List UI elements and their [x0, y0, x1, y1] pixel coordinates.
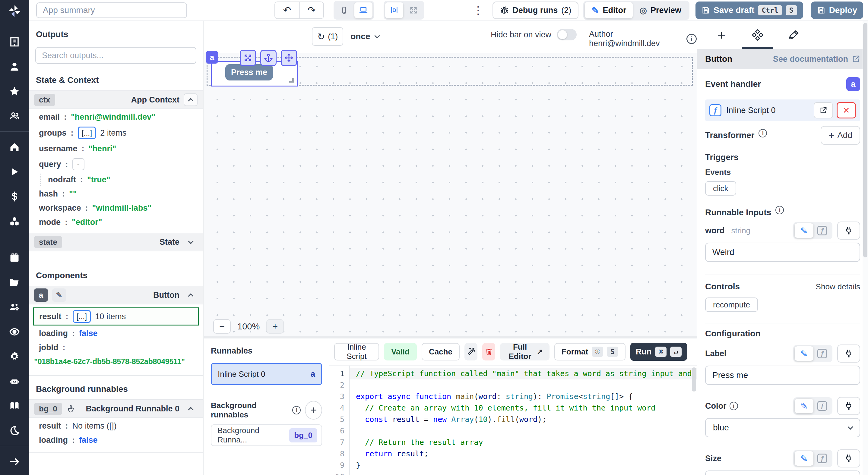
- info-icon[interactable]: i: [758, 129, 767, 137]
- expand-sidebar-arrow-icon[interactable]: [8, 456, 21, 468]
- panel-scrollbar[interactable]: [863, 21, 868, 475]
- eval-function-icon[interactable]: ƒ: [813, 346, 831, 361]
- desktop-view-button[interactable]: [354, 2, 372, 18]
- code-area[interactable]: 12345678910 // TypeScript function calle…: [329, 365, 697, 475]
- bg-runnable-item[interactable]: Background Runna... bg_0: [211, 425, 322, 446]
- connect-plug-button[interactable]: [837, 222, 860, 240]
- expand-value-chip[interactable]: -: [72, 158, 85, 170]
- size-select[interactable]: xs: [705, 471, 860, 475]
- audit-eye-icon[interactable]: [8, 326, 21, 338]
- collapse-ctx-button[interactable]: [184, 94, 197, 106]
- cache-button[interactable]: Cache: [422, 343, 460, 361]
- runs-play-icon[interactable]: [8, 166, 21, 178]
- format-button[interactable]: Format ⌘ S: [554, 343, 625, 361]
- show-details-link[interactable]: Show details: [816, 282, 860, 292]
- info-icon[interactable]: i: [775, 206, 784, 214]
- scrollbar-thumb[interactable]: [863, 23, 867, 258]
- anchor-component-handle[interactable]: [260, 50, 277, 66]
- remove-script-button[interactable]: ✕: [837, 102, 856, 118]
- add-bg-runnable-button[interactable]: +: [305, 401, 322, 419]
- more-menu-kebab-icon[interactable]: ⋮: [471, 4, 485, 16]
- expand-value-chip[interactable]: [...]: [73, 310, 91, 323]
- click-event-pill[interactable]: click: [705, 181, 736, 196]
- ctx-section-header[interactable]: ctx App Context: [29, 91, 203, 109]
- ai-assist-button[interactable]: [464, 343, 477, 361]
- ai-robot-icon[interactable]: [8, 375, 21, 387]
- language-select-button[interactable]: Inline Script: [334, 343, 379, 361]
- save-draft-button[interactable]: Save draft Ctrl S: [695, 1, 803, 19]
- refresh-button[interactable]: ↻ (1): [312, 27, 343, 46]
- zoom-in-button[interactable]: +: [266, 319, 284, 334]
- state-section-header[interactable]: state State: [29, 233, 203, 251]
- see-documentation-link[interactable]: See documentation: [773, 55, 860, 64]
- preview-tab[interactable]: ◎Preview: [633, 2, 688, 19]
- editor-tab[interactable]: ✎Editor: [585, 2, 633, 19]
- press-me-button[interactable]: Press me: [225, 64, 273, 80]
- run-button[interactable]: Run ⌘ ↵: [630, 343, 687, 361]
- expand-component-handle[interactable]: [240, 50, 256, 66]
- resize-handle[interactable]: [289, 78, 294, 82]
- workspace-icon[interactable]: [8, 36, 21, 48]
- info-icon[interactable]: i: [292, 406, 301, 414]
- info-icon[interactable]: i: [686, 34, 697, 44]
- bg-runnable-header[interactable]: bg_0 Background Runnable 0: [29, 399, 203, 418]
- code-lines[interactable]: // TypeScript function called "main" tha…: [349, 366, 697, 475]
- canvas-grid[interactable]: [204, 53, 697, 337]
- deploy-button[interactable]: Deploy: [811, 1, 863, 19]
- groups-icon[interactable]: [8, 110, 21, 122]
- debug-runs-button[interactable]: Debug runs (2): [493, 1, 579, 19]
- settings-gear-icon[interactable]: [8, 350, 21, 363]
- editor-scrollbar[interactable]: [692, 367, 696, 392]
- tab-component-settings[interactable]: [740, 21, 776, 49]
- app-summary-input[interactable]: [36, 2, 187, 18]
- recompute-pill[interactable]: recompute: [705, 298, 758, 312]
- color-select[interactable]: blue: [705, 418, 860, 437]
- collapse-component-button[interactable]: [184, 289, 197, 301]
- delete-script-button[interactable]: [482, 343, 495, 361]
- open-script-button[interactable]: [814, 102, 833, 118]
- add-transformer-button[interactable]: +Add: [820, 126, 860, 145]
- dark-mode-moon-icon[interactable]: [8, 425, 21, 436]
- collapse-bg-button[interactable]: [184, 402, 197, 415]
- info-icon[interactable]: i: [730, 402, 738, 410]
- user-icon[interactable]: [8, 61, 21, 73]
- eval-function-icon[interactable]: ƒ: [813, 223, 831, 238]
- docs-book-icon[interactable]: [8, 400, 21, 412]
- connect-plug-button[interactable]: [837, 344, 860, 363]
- label-value-input[interactable]: [705, 366, 860, 385]
- move-component-handle[interactable]: [281, 50, 297, 66]
- rename-pencil-icon[interactable]: ✎: [52, 289, 66, 302]
- zoom-out-button[interactable]: −: [213, 319, 231, 334]
- static-edit-pencil-icon[interactable]: ✎: [795, 451, 813, 466]
- hide-bar-toggle[interactable]: [557, 29, 577, 40]
- resources-cubes-icon[interactable]: [8, 215, 21, 227]
- runnable-item-selected[interactable]: Inline Script 0 a: [211, 363, 322, 385]
- search-outputs-input[interactable]: [35, 47, 196, 64]
- windmill-logo-icon[interactable]: [7, 4, 22, 19]
- schedules-calendar-icon[interactable]: [8, 252, 21, 264]
- workers-icon[interactable]: [8, 301, 21, 313]
- word-value-input[interactable]: [705, 243, 860, 262]
- static-edit-pencil-icon[interactable]: ✎: [795, 399, 813, 413]
- tab-add-component[interactable]: +: [703, 21, 740, 49]
- full-width-button[interactable]: [404, 2, 423, 18]
- centered-layout-button[interactable]: [385, 2, 403, 18]
- connect-plug-button[interactable]: [837, 449, 860, 468]
- home-icon[interactable]: [8, 141, 21, 153]
- favorites-star-icon[interactable]: [8, 85, 21, 97]
- undo-button[interactable]: ↶: [275, 2, 299, 19]
- button-component-header[interactable]: a ✎ Button: [29, 286, 203, 304]
- expand-state-button[interactable]: [184, 236, 197, 248]
- full-editor-button[interactable]: Full Editor↗: [500, 343, 550, 361]
- event-handler-script-row[interactable]: ƒ Inline Script 0 ✕: [705, 99, 860, 121]
- expand-value-chip[interactable]: [...]: [78, 127, 96, 139]
- static-edit-pencil-icon[interactable]: ✎: [795, 346, 813, 361]
- connect-plug-button[interactable]: [837, 397, 860, 415]
- redo-button[interactable]: ↷: [299, 2, 323, 19]
- eval-function-icon[interactable]: ƒ: [813, 451, 831, 466]
- static-edit-pencil-icon[interactable]: ✎: [795, 223, 813, 238]
- eval-function-icon[interactable]: ƒ: [813, 399, 831, 413]
- folders-icon[interactable]: [8, 276, 21, 289]
- schedule-mode-dropdown[interactable]: once: [350, 32, 379, 41]
- tab-styling[interactable]: [776, 21, 812, 49]
